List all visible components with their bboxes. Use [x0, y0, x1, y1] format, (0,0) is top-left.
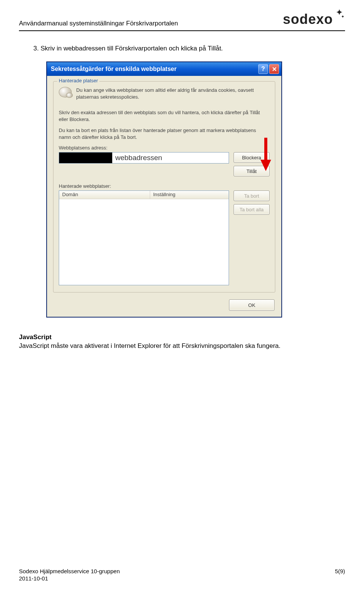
list-header: Domän Inställning: [59, 191, 229, 199]
address-input[interactable]: [112, 153, 229, 163]
managed-sites-list[interactable]: Domän Inställning: [59, 190, 229, 285]
step-instruction: 3. Skriv in webbadressen till Förskrivar…: [33, 45, 345, 52]
help-icon: ?: [261, 66, 265, 72]
managed-sites-groupbox: Hanterade platser Du kan ange vilka webb…: [53, 81, 275, 292]
cookie-icon: [59, 87, 72, 97]
address-label: Webbplatsens adress:: [59, 145, 270, 151]
javascript-body: JavaScript måste vara aktiverat i Intern…: [19, 342, 345, 351]
footer-org: Sodexo Hjälpmedelsservice 10-gruppen: [19, 568, 120, 574]
remove-all-button: Ta bort alla: [234, 204, 270, 215]
footer-page-number: 5(9): [335, 568, 345, 582]
close-button[interactable]: ✕: [269, 64, 279, 74]
page-footer: Sodexo Hjälpmedelsservice 10-gruppen 201…: [19, 568, 345, 582]
dialog-intro-text: Du kan ange vilka webbplatser som alltid…: [76, 87, 270, 100]
column-domain[interactable]: Domän: [59, 191, 150, 199]
dialog-title: Sekretessåtgärder för enskilda webbplats…: [51, 66, 258, 72]
footer-date: 2011-10-01: [19, 575, 120, 582]
document-title: Användarmanual systeminställningar Försk…: [19, 20, 178, 27]
dialog-titlebar: Sekretessåtgärder för enskilda webbplats…: [47, 62, 281, 76]
step-number: 3.: [33, 45, 39, 52]
block-button[interactable]: Blockera: [234, 152, 270, 163]
managed-sites-label: Hanterade webbplatser:: [59, 183, 270, 189]
javascript-heading: JavaScript: [19, 333, 345, 341]
sodexo-logo: sodexo: [283, 11, 345, 27]
address-input-wrap[interactable]: [59, 152, 229, 164]
address-redacted: [59, 153, 112, 163]
close-icon: ✕: [272, 66, 277, 73]
document-header: Användarmanual systeminställningar Försk…: [19, 11, 345, 31]
allow-button[interactable]: Tillåt: [234, 166, 270, 176]
step-text: Skriv in webbadressen till Förskrivarpor…: [41, 45, 223, 52]
ok-button[interactable]: OK: [229, 299, 275, 311]
help-button[interactable]: ?: [258, 64, 268, 74]
dialog-para-2: Skriv den exakta adressen till den webbp…: [59, 109, 270, 123]
remove-button: Ta bort: [234, 190, 270, 201]
column-setting[interactable]: Inställning: [150, 191, 229, 199]
logo-text: sodexo: [283, 11, 333, 27]
star-icon: [334, 8, 345, 20]
dialog-para-3: Du kan ta bort en plats från listan över…: [59, 127, 270, 140]
groupbox-title: Hanterade platser: [57, 78, 99, 83]
privacy-dialog: Sekretessåtgärder för enskilda webbplats…: [46, 61, 282, 318]
